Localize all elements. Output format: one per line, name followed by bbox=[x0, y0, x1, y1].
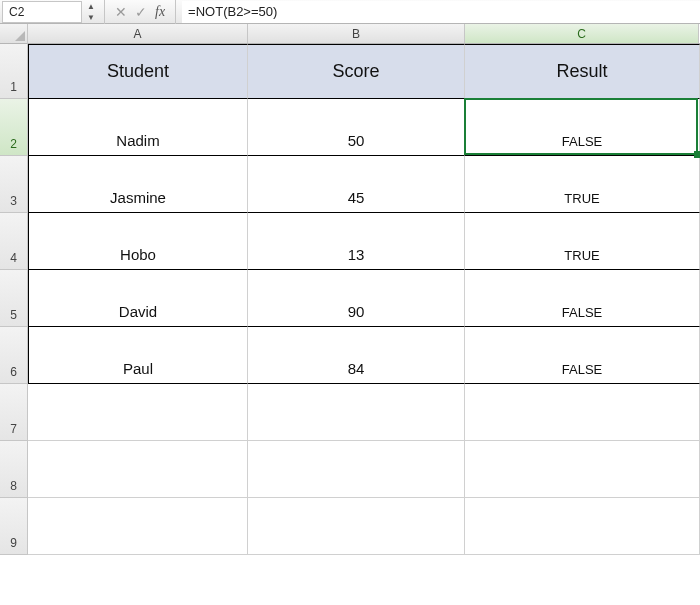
cell-A4[interactable]: Hobo bbox=[28, 213, 248, 270]
cell-C7[interactable] bbox=[465, 384, 700, 441]
cell-A6[interactable]: Paul bbox=[28, 327, 248, 384]
divider bbox=[175, 0, 176, 24]
cell-B9[interactable] bbox=[248, 498, 465, 555]
cell-reference-input[interactable]: C2 bbox=[2, 1, 82, 23]
formula-bar: C2 ▲ ▼ ✕ ✓ fx =NOT(B2>=50) bbox=[0, 0, 700, 24]
cell-A8[interactable] bbox=[28, 441, 248, 498]
cell-B7[interactable] bbox=[248, 384, 465, 441]
cell-C3[interactable]: TRUE bbox=[465, 156, 700, 213]
cell-A3[interactable]: Jasmine bbox=[28, 156, 248, 213]
row-header-3[interactable]: 3 bbox=[0, 156, 28, 213]
column-header-A[interactable]: A bbox=[28, 24, 248, 43]
cell-A5[interactable]: David bbox=[28, 270, 248, 327]
row-header-6[interactable]: 6 bbox=[0, 327, 28, 384]
row-header-9[interactable]: 9 bbox=[0, 498, 28, 555]
cell-C5[interactable]: FALSE bbox=[465, 270, 700, 327]
fx-icon[interactable]: fx bbox=[151, 4, 169, 20]
column-header-C[interactable]: C bbox=[465, 24, 699, 43]
cell-A7[interactable] bbox=[28, 384, 248, 441]
row-header-5[interactable]: 5 bbox=[0, 270, 28, 327]
cell-ref-stepper[interactable]: ▲ ▼ bbox=[84, 1, 98, 23]
select-all-triangle-icon bbox=[15, 31, 25, 41]
row-header-7[interactable]: 7 bbox=[0, 384, 28, 441]
cell-A9[interactable] bbox=[28, 498, 248, 555]
cancel-formula-button[interactable]: ✕ bbox=[111, 2, 131, 22]
cell-C9[interactable] bbox=[465, 498, 700, 555]
cells-area[interactable]: Student Score Result Nadim 50 FALSE Jasm… bbox=[28, 44, 700, 605]
x-icon: ✕ bbox=[115, 4, 127, 20]
stepper-down-icon[interactable]: ▼ bbox=[84, 12, 98, 23]
check-icon: ✓ bbox=[135, 4, 147, 20]
formula-input[interactable]: =NOT(B2>=50) bbox=[182, 1, 700, 23]
row-headers: 1 2 3 4 5 6 7 8 9 bbox=[0, 44, 28, 605]
cell-C8[interactable] bbox=[465, 441, 700, 498]
cell-A1[interactable]: Student bbox=[28, 44, 248, 99]
cell-C4[interactable]: TRUE bbox=[465, 213, 700, 270]
row-header-4[interactable]: 4 bbox=[0, 213, 28, 270]
cell-B4[interactable]: 13 bbox=[248, 213, 465, 270]
divider bbox=[104, 0, 105, 24]
fill-handle[interactable] bbox=[694, 151, 700, 158]
cell-B1[interactable]: Score bbox=[248, 44, 465, 99]
svg-marker-0 bbox=[15, 31, 25, 41]
row-header-8[interactable]: 8 bbox=[0, 441, 28, 498]
column-headers: A B C bbox=[28, 24, 700, 44]
cell-B8[interactable] bbox=[248, 441, 465, 498]
cell-B3[interactable]: 45 bbox=[248, 156, 465, 213]
column-header-B[interactable]: B bbox=[248, 24, 465, 43]
confirm-formula-button[interactable]: ✓ bbox=[131, 2, 151, 22]
cell-C6[interactable]: FALSE bbox=[465, 327, 700, 384]
spreadsheet-grid: A B C 1 2 3 4 5 6 7 8 9 Student Score Re… bbox=[0, 24, 700, 605]
cell-B2[interactable]: 50 bbox=[248, 99, 465, 156]
cell-C1[interactable]: Result bbox=[465, 44, 700, 99]
cell-A2[interactable]: Nadim bbox=[28, 99, 248, 156]
row-header-2[interactable]: 2 bbox=[0, 99, 28, 156]
select-all-corner[interactable] bbox=[0, 24, 28, 44]
stepper-up-icon[interactable]: ▲ bbox=[84, 1, 98, 12]
row-header-1[interactable]: 1 bbox=[0, 44, 28, 99]
cell-B6[interactable]: 84 bbox=[248, 327, 465, 384]
cell-C2[interactable]: FALSE bbox=[465, 99, 700, 156]
cell-B5[interactable]: 90 bbox=[248, 270, 465, 327]
